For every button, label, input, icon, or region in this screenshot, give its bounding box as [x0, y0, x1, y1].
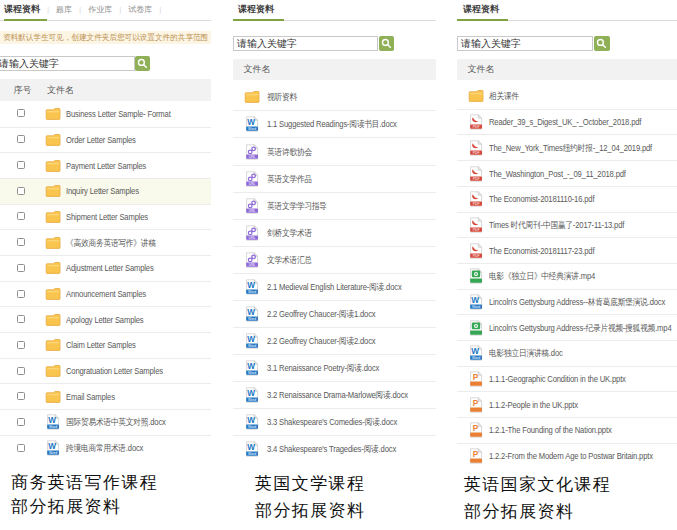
tab-course-materials[interactable]: 课程资料	[463, 3, 499, 16]
table-row[interactable]: Shipment Letter Samples	[0, 204, 211, 230]
tab-1[interactable]: 题库	[56, 3, 72, 16]
table-row[interactable]: WWord电影独立日演讲稿.doc	[457, 340, 677, 366]
file-name[interactable]: Payment Letter Samples	[66, 160, 146, 172]
table-row[interactable]: 电影《独立日》中经典演讲.mp4	[457, 263, 677, 289]
table-row[interactable]: WWordLincoln's Gettysburg Address--林肯葛底斯…	[457, 289, 677, 315]
table-row[interactable]: WWord3.1 Renaissance Poetry-阅读.docx	[233, 354, 436, 381]
file-name[interactable]: Lincoln's Gettysburg Address-纪录片视频-搜狐视频.…	[489, 322, 671, 334]
file-name[interactable]: 跨境电商常用术语.docx	[66, 442, 143, 454]
file-name[interactable]: 电影《独立日》中经典演讲.mp4	[489, 270, 595, 282]
row-checkbox[interactable]	[17, 135, 25, 143]
table-row[interactable]: URL英语文学作品	[233, 165, 436, 192]
search-button[interactable]	[379, 36, 394, 52]
table-row[interactable]: 《高效商务英语写作》讲稿	[0, 229, 211, 255]
table-row[interactable]: P1.2.1-The Founding of the Nation.pptx	[457, 417, 677, 443]
row-checkbox[interactable]	[17, 238, 25, 246]
file-name[interactable]: Announcement Samples	[66, 288, 146, 300]
file-name[interactable]: 2.1 Medieval English Literature-阅读.docx	[267, 281, 402, 293]
file-name[interactable]: Times 时代周刊-中国赢了-2017-11-13.pdf	[489, 219, 624, 231]
table-row[interactable]: WWord2.1 Medieval English Literature-阅读.…	[233, 273, 436, 300]
row-checkbox[interactable]	[17, 418, 25, 426]
file-name[interactable]: Order Letter Samples	[66, 134, 136, 146]
file-name[interactable]: 1.1.2-People in the UK.pptx	[489, 399, 578, 411]
table-row[interactable]: PDFReader_39_s_Digest_UK_-_October_2018.…	[457, 109, 677, 135]
tab-course-materials[interactable]: 课程资料	[4, 3, 40, 16]
file-name[interactable]: Reader_39_s_Digest_UK_-_October_2018.pdf	[489, 116, 641, 128]
row-checkbox[interactable]	[17, 264, 25, 272]
file-name[interactable]: 文学术语汇总	[267, 254, 312, 266]
table-row[interactable]: Adjustment Letter Samples	[0, 255, 211, 281]
table-row[interactable]: Payment Letter Samples	[0, 152, 211, 178]
file-name[interactable]: Congratuation Letter Samples	[66, 365, 163, 377]
file-name[interactable]: 《高效商务英语写作》讲稿	[66, 237, 156, 249]
search-input[interactable]	[0, 56, 135, 71]
table-row[interactable]: WWord2.2 Geoffrey Chaucer-阅读2.docx	[233, 327, 436, 354]
table-row[interactable]: 视听资料	[233, 83, 436, 110]
file-name[interactable]: 1.1.1-Geographic Condition in the UK.ppt…	[489, 373, 626, 385]
file-name[interactable]: 3.1 Renaissance Poetry-阅读.docx	[267, 362, 379, 374]
table-row[interactable]: URL文学术语汇总	[233, 246, 436, 273]
file-name[interactable]: 电影独立日演讲稿.doc	[489, 347, 563, 359]
table-row[interactable]: P1.1.1-Geographic Condition in the UK.pp…	[457, 366, 677, 392]
table-row[interactable]: Congratuation Letter Samples	[0, 358, 211, 384]
file-name[interactable]: 相关课件	[489, 90, 519, 102]
table-row[interactable]: WWord3.4 Shakespeare's Tragedies-阅读.docx	[233, 435, 436, 462]
table-row[interactable]: PDFThe_Washington_Post_-_09_11_2018.pdf	[457, 160, 677, 186]
file-name[interactable]: Lincoln's Gettysburg Address--林肯葛底斯堡演说.d…	[489, 296, 665, 308]
row-checkbox[interactable]	[17, 444, 25, 452]
search-button[interactable]	[135, 56, 151, 71]
file-name[interactable]: 2.2 Geoffrey Chaucer-阅读1.docx	[267, 308, 375, 320]
table-row[interactable]: Email Samples	[0, 383, 211, 409]
tab-3[interactable]: 试卷库	[128, 3, 152, 16]
row-checkbox[interactable]	[17, 161, 25, 169]
table-row[interactable]: P1.2.2-From the Modern Age to Postwar Br…	[457, 443, 677, 469]
row-checkbox[interactable]	[17, 341, 25, 349]
file-name[interactable]: Shipment Letter Samples	[66, 211, 148, 223]
search-input[interactable]	[457, 36, 593, 52]
table-row[interactable]: WWord3.2 Renaissance Drama-Marlowe阅读.doc…	[233, 381, 436, 408]
table-row[interactable]: WWord3.3 Shakespeare's Comedies-阅读.docx	[233, 408, 436, 435]
tab-2[interactable]: 作业库	[88, 3, 112, 16]
table-row[interactable]: Business Letter Sample- Format	[0, 101, 211, 127]
table-row[interactable]: PDFTimes 时代周刊-中国赢了-2017-11-13.pdf	[457, 212, 677, 238]
file-name[interactable]: Email Samples	[66, 391, 115, 403]
file-name[interactable]: 3.2 Renaissance Drama-Marlowe阅读.docx	[267, 389, 408, 401]
file-name[interactable]: Apology Letter Samples	[66, 314, 143, 326]
table-row[interactable]: P1.1.2-People in the UK.pptx	[457, 391, 677, 417]
file-name[interactable]: 1.1 Suggested Readings-阅读书目.docx	[267, 118, 397, 130]
search-button[interactable]	[594, 36, 610, 52]
table-row[interactable]: Claim Letter Samples	[0, 332, 211, 358]
table-row[interactable]: WWord国际贸易术语中英文对照.docx	[0, 409, 211, 435]
file-name[interactable]: 3.4 Shakespeare's Tragedies-阅读.docx	[267, 443, 396, 455]
tab-course-materials[interactable]: 课程资料	[238, 3, 274, 16]
table-row[interactable]: Lincoln's Gettysburg Address-纪录片视频-搜狐视频.…	[457, 314, 677, 340]
file-name[interactable]: 英语文学作品	[267, 173, 312, 185]
file-name[interactable]: 剑桥文学术语	[267, 227, 312, 239]
table-row[interactable]: PDFThe Economist-20181117-23.pdf	[457, 237, 677, 263]
file-name[interactable]: 英语文学学习指导	[267, 200, 327, 212]
file-name[interactable]: 视听资料	[267, 91, 297, 103]
file-name[interactable]: 国际贸易术语中英文对照.docx	[66, 416, 166, 428]
file-name[interactable]: 1.2.1-The Founding of the Nation.pptx	[489, 424, 612, 436]
file-name[interactable]: The Economist-20181110-16.pdf	[489, 193, 594, 205]
file-name[interactable]: 英语诗歌协会	[267, 146, 312, 158]
table-row[interactable]: WWord跨境电商常用术语.docx	[0, 435, 211, 461]
file-name[interactable]: 1.2.2-From the Modern Age to Postwar Bri…	[489, 450, 653, 462]
row-checkbox[interactable]	[17, 392, 25, 400]
table-row[interactable]: WWord2.2 Geoffrey Chaucer-阅读1.docx	[233, 300, 436, 327]
table-row[interactable]: PDFThe Economist-20181110-16.pdf	[457, 186, 677, 212]
row-checkbox[interactable]	[17, 187, 25, 195]
table-row[interactable]: URL剑桥文学术语	[233, 219, 436, 246]
table-row[interactable]: Inquiry Letter Samples	[0, 178, 211, 204]
row-checkbox[interactable]	[17, 290, 25, 298]
file-name[interactable]: Inquiry Letter Samples	[66, 185, 139, 197]
file-name[interactable]: Adjustment Letter Samples	[66, 262, 154, 274]
search-input[interactable]	[233, 36, 378, 52]
table-row[interactable]: URL英语诗歌协会	[233, 137, 436, 164]
file-name[interactable]: 2.2 Geoffrey Chaucer-阅读2.docx	[267, 335, 375, 347]
file-name[interactable]: The Economist-20181117-23.pdf	[489, 245, 594, 257]
table-row[interactable]: Order Letter Samples	[0, 127, 211, 153]
file-name[interactable]: 3.3 Shakespeare's Comedies-阅读.docx	[267, 416, 397, 428]
file-name[interactable]: The_New_York_Times纽约时报-_12_04_2019.pdf	[489, 142, 652, 154]
row-checkbox[interactable]	[17, 212, 25, 220]
